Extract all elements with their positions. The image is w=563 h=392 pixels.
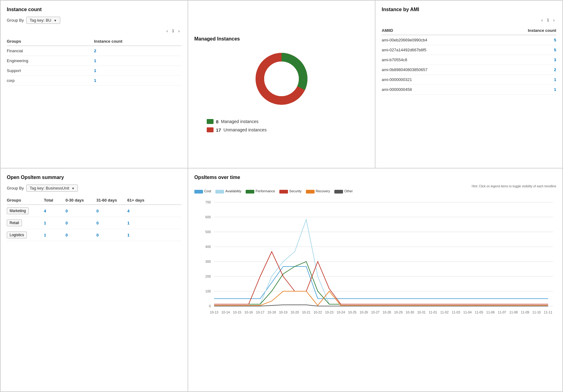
ops-030[interactable]: 0 [66,221,96,225]
ami-row: ami-0000000458 1 [382,85,556,95]
svg-text:100: 100 [205,290,211,293]
opsitem-row: Retail 1 0 0 1 [7,217,181,229]
opsitem-table-header: Groups Total 0-30 days 31-60 days 61+ da… [7,196,181,205]
svg-text:11-02: 11-02 [440,311,448,314]
ops-3160[interactable]: 0 [96,209,127,213]
instance-count-row: Support 1 [7,66,181,76]
instance-count-row: Financial 2 [7,46,181,56]
chart-svg: .axis-label { font-size: 10px; fill: #66… [194,196,556,326]
opstime-title: OpsItems over time [194,175,556,180]
ami-next-btn[interactable]: › [552,17,556,23]
group-tag-button[interactable]: Retail [7,219,22,226]
svg-text:10-17: 10-17 [256,311,264,314]
ami-count[interactable]: 1 [498,87,556,92]
managed-instances-title: Managed Instances [194,36,369,42]
instance-count-panel: Instance count Group By Tag key: BU ▼ ‹ … [0,0,188,168]
ops-total[interactable]: 1 [44,221,66,225]
donut-chart [251,48,312,110]
ami-count[interactable]: 3 [498,58,556,62]
managed-count: 8 [216,119,218,124]
group-count[interactable]: 1 [94,58,181,63]
svg-text:10-14: 10-14 [221,311,230,314]
ops-030[interactable]: 0 [66,233,96,237]
ami-count[interactable]: 5 [498,48,556,52]
group-tag-button[interactable]: Logistics [7,232,27,238]
ami-id: ami-0000000321 [382,77,498,82]
managed-legend-item: 8 Managed instances [207,119,369,124]
security-line [214,252,548,304]
group-by-dropdown[interactable]: Tag key: BU ▼ [26,17,60,24]
svg-text:10-25: 10-25 [348,311,356,314]
ami-prev-btn[interactable]: ‹ [540,17,544,23]
group-count[interactable]: 1 [94,68,181,73]
ami-id: ami-027a14492d667b8f5 [382,48,498,52]
col-groups: Groups [7,39,94,44]
svg-text:11-01: 11-01 [429,311,437,314]
unmanaged-count: 17 [216,127,221,133]
ami-count[interactable]: 5 [498,38,556,42]
unmanaged-label: Unmanaged instances [223,127,266,132]
group-count[interactable]: 1 [94,78,181,83]
svg-text:11-07: 11-07 [498,311,506,314]
ami-col-amiid: AMIID [382,28,498,33]
legend-item[interactable]: Recovery [306,189,330,193]
svg-text:11-08: 11-08 [509,311,518,314]
svg-text:400: 400 [205,245,211,249]
ops-61[interactable]: 1 [127,233,152,237]
svg-text:200: 200 [205,275,211,278]
dashboard: Instance count Group By Tag key: BU ▼ ‹ … [0,0,563,392]
group-count[interactable]: 2 [94,49,181,53]
ops-total[interactable]: 4 [44,209,66,213]
ami-row: ami-0b898040803850657 2 [382,65,556,75]
ops-3160[interactable]: 0 [96,233,127,237]
managed-instances-panel: Managed Instances 8 Managed instances [188,0,375,168]
svg-text:10-15: 10-15 [233,311,241,314]
legend-item[interactable]: Other [334,189,353,193]
legend-item[interactable]: Availability [215,189,241,193]
svg-text:11-04: 11-04 [463,311,472,314]
opsitem-group-by-label: Group By [7,186,24,190]
svg-text:10-31: 10-31 [417,311,425,314]
svg-text:300: 300 [205,260,211,263]
svg-text:10-23: 10-23 [325,311,333,314]
svg-text:10-21: 10-21 [302,311,310,314]
opsitem-row: Marketing 4 0 0 4 [7,205,181,217]
svg-text:11-10: 11-10 [532,311,541,314]
svg-text:10-19: 10-19 [279,311,287,314]
svg-text:500: 500 [205,230,211,234]
group-name: Support [7,68,94,73]
group-tag-button[interactable]: Marketing [7,207,29,214]
legend-item[interactable]: Cost [194,189,211,193]
opsitem-group-by-dropdown[interactable]: Tag key: BusinessUnit ▼ [26,185,78,192]
ops-col-030: 0-30 days [66,198,96,202]
ami-row: ami-0000000321 1 [382,75,556,85]
svg-text:11-06: 11-06 [486,311,494,314]
donut-hole [264,62,299,96]
legend-item[interactable]: Performance [246,189,275,193]
ami-count[interactable]: 1 [498,77,556,82]
svg-text:11-03: 11-03 [452,311,460,314]
prev-page-btn[interactable]: ‹ [165,28,169,34]
ami-page: 1 [547,18,549,22]
ami-id: ami-0b898040803850657 [382,67,498,72]
ami-id: ami-0000000458 [382,87,498,92]
managed-legend: 8 Managed instances 17 Unmanaged instanc… [207,119,369,133]
ops-3160[interactable]: 0 [96,221,127,225]
ops-61[interactable]: 1 [127,221,152,225]
instance-count-pagination: ‹ 1 › [7,28,181,34]
ops-total[interactable]: 1 [44,233,66,237]
ops-col-3160: 31-60 days [96,198,127,202]
next-page-btn[interactable]: › [177,28,181,34]
svg-text:10-24: 10-24 [337,311,345,314]
svg-text:11-05: 11-05 [475,311,483,314]
legend-item[interactable]: Security [279,189,302,193]
ops-030[interactable]: 0 [66,209,96,213]
opsitem-panel: Open OpsItem summary Group By Tag key: B… [0,168,188,392]
svg-text:0: 0 [209,305,211,308]
ops-61[interactable]: 4 [127,209,152,213]
ami-count[interactable]: 2 [498,67,556,72]
svg-text:700: 700 [205,201,211,204]
instance-count-row: corp 1 [7,76,181,86]
opsitem-row: Logistics 1 0 0 1 [7,229,181,241]
instance-count-title: Instance count [7,7,181,12]
